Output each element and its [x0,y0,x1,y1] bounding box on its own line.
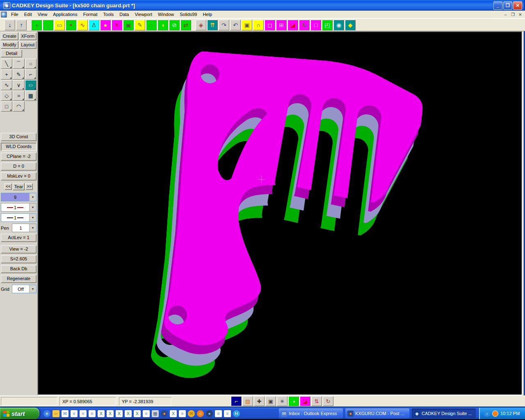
view-button[interactable]: View = -2 [1,245,37,253]
close-button[interactable]: ✕ [513,1,522,10]
child-restore-button[interactable]: ❐ [510,11,516,17]
3d-const-button[interactable]: 3D Const [1,133,37,141]
ellipse-tool[interactable]: ○ [25,80,37,90]
firefox-icon[interactable]: ● [161,410,168,417]
curve-tool[interactable]: ≈ [13,91,24,101]
nav-up-button[interactable]: ↑ [16,20,27,30]
document-icon[interactable] [1,11,7,18]
line-width-select[interactable]: 1 ▼ [1,213,37,222]
excel-file-icon[interactable]: X [170,410,177,417]
masklevel-button[interactable]: MskLev = 0 [1,172,37,180]
menu-help[interactable]: Help [200,11,215,18]
sidebar-xform-button[interactable]: XForm [19,32,37,40]
plain-cube-button[interactable]: □ [310,20,321,30]
boolean-union-button[interactable]: ◑ [31,20,42,30]
line-tool[interactable]: ╲ [1,59,12,69]
delete-solid-button[interactable]: ✕ [112,20,122,30]
active-level-button[interactable]: ActLev = 1 [1,234,37,242]
measure-scales-button[interactable]: Δ [89,20,99,30]
point-tool[interactable]: + [1,69,12,80]
shaded-cube-button[interactable]: ◪ [288,20,298,30]
view-cube-1-button[interactable]: ◻ [265,20,275,30]
iso-box-button[interactable]: ▣ [242,20,252,30]
menu-applications[interactable]: Applications [50,11,80,18]
move-copy-solid-button[interactable]: ⇄ [180,20,191,30]
boolean-subtract-button[interactable]: ○ [43,20,53,30]
depth-button[interactable]: D = 0 [1,162,37,171]
sketch-tool[interactable]: ✎ [13,69,24,80]
menu-file[interactable]: File [8,11,21,18]
menu-data[interactable]: Data [116,11,132,18]
globe-icon[interactable]: ● [206,410,213,417]
cylinder-solid-button[interactable]: ▭ [54,20,65,30]
tear-next-button[interactable]: >> [25,183,33,190]
notepad-icon[interactable]: ≡ [80,410,87,417]
start-button[interactable]: start [0,408,39,419]
chamfer-solid-button[interactable]: ⌂ [146,20,157,30]
calculator-icon[interactable]: ▦ [152,410,159,417]
tray-app-icon[interactable] [492,411,498,417]
dynamic-rotate-button[interactable]: ◈ [196,20,206,30]
redraw-burst-icon[interactable]: ✳ [277,396,288,406]
ie-icon[interactable]: e [43,410,50,417]
child-minimize-button[interactable]: – [502,11,509,17]
polygon-tool[interactable]: ◇ [1,91,12,101]
task-outlook-express[interactable]: ✉Inbox - Outlook Express [279,409,343,418]
undo-button[interactable]: ↶ [230,20,241,30]
chevron-down-icon[interactable]: ▼ [29,224,36,232]
back-db-button[interactable]: Back Db [1,265,37,273]
axis-diamond-button[interactable]: ◆ [345,20,356,30]
notepad-icon[interactable]: ≡ [143,410,150,417]
chevron-down-icon[interactable]: ▼ [29,193,36,201]
line-style-select[interactable]: 1 ▼ [1,203,37,212]
excel-file-icon[interactable]: X [134,410,141,417]
shaded-view-icon[interactable]: ◪ [300,396,310,406]
axis-origin-icon[interactable]: ⌐ [231,396,242,406]
excel-file-icon[interactable]: X [125,410,132,417]
spline-tool[interactable]: ∿ [1,80,12,90]
outlook-express-icon[interactable]: ✉ [62,410,68,417]
menu-edit[interactable]: Edit [21,11,35,18]
sidebar-modify-button[interactable]: Modify [1,41,18,49]
cylinder-angled-button[interactable]: ⊘ [169,20,180,30]
spring-button[interactable]: ∿ [77,20,88,30]
tear-button[interactable]: Tear [13,183,25,190]
dome-tool[interactable]: ◠ [13,101,24,112]
rotate-cube-button[interactable]: ↻ [299,20,310,30]
sidebar-layout-button[interactable]: Layout [19,41,37,49]
sketch-pencil-button[interactable]: ✎ [135,20,145,30]
rectangle-tool[interactable]: □ [1,101,12,112]
level-list-icon[interactable]: ⇅ [311,396,322,406]
chevron-down-icon[interactable]: ▼ [29,214,36,221]
task-browser[interactable]: ●KXGURU.COM - Post ... [345,409,409,418]
auto-dimension-button[interactable]: ⇈ [207,20,218,30]
hatch-grid-tool[interactable]: ▦ [25,91,37,101]
entity-select-icon[interactable]: ◑ [288,396,299,406]
restore-button[interactable]: ❐ [503,1,512,10]
polyline-tool[interactable]: ∨ [13,80,24,90]
menu-solids99[interactable]: Solids99 [177,11,200,18]
outlook-icon[interactable]: ✉ [188,410,195,417]
menu-tools[interactable]: Tools [100,11,117,18]
wireframe-box-button[interactable]: ▣ [123,20,134,30]
grid-select[interactable]: Off ▼ [12,285,37,293]
menu-viewport[interactable]: Viewport [132,11,155,18]
nav-down-button[interactable]: ↓ [5,20,15,30]
cplane-button[interactable]: CPlane = -2 [1,153,37,161]
h-app-icon[interactable]: H [233,410,240,417]
sphere-solid-button[interactable]: ● [100,20,111,30]
fillet-solid-button[interactable]: ◖ [158,20,168,30]
sidebar-create-button[interactable]: Create [1,32,18,40]
minimize-button[interactable]: _ [493,1,502,10]
dynamic-view-icon[interactable]: ↻ [323,396,333,406]
hide-icons-chevron-icon[interactable]: ‹ [484,411,490,417]
notepad-icon[interactable]: ≡ [215,410,222,417]
chevron-down-icon[interactable]: ▼ [29,203,36,211]
notepad-icon[interactable]: ≡ [71,410,78,417]
excel-file-icon[interactable]: X [107,410,114,417]
clock-icon[interactable]: ○ [197,410,204,417]
regenerate-button[interactable]: Regenerate [1,275,37,283]
save-icon[interactable]: ▣ [265,396,276,406]
fit-view-icon[interactable]: ✚ [254,396,265,406]
task-cadkey[interactable]: ◆CADKEY Design Suite ... [412,409,476,418]
